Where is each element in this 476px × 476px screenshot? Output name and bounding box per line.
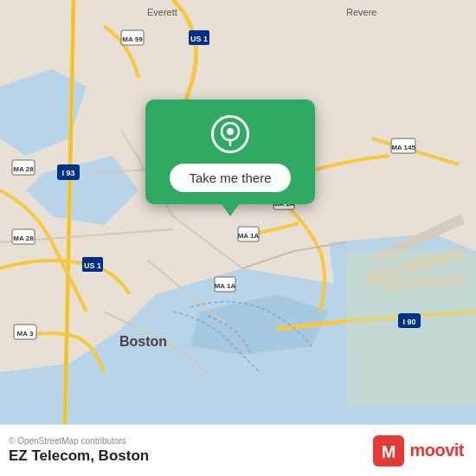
svg-text:MA 28: MA 28: [13, 235, 34, 242]
moovit-logo[interactable]: M moovit: [373, 435, 464, 466]
svg-text:M: M: [382, 442, 396, 461]
bottom-left-section: © OpenStreetMap contributors EZ Telecom,…: [9, 436, 149, 465]
location-popup: Take me there: [145, 100, 315, 204]
location-pin-icon: [220, 122, 241, 146]
svg-text:MA 145: MA 145: [391, 144, 415, 151]
take-me-there-button[interactable]: Take me there: [170, 164, 290, 192]
svg-text:Revere: Revere: [346, 7, 376, 17]
svg-text:US 1: US 1: [190, 35, 208, 43]
bottom-bar: © OpenStreetMap contributors EZ Telecom,…: [0, 424, 476, 476]
svg-rect-21: [346, 251, 476, 407]
svg-text:MA 1A: MA 1A: [238, 232, 260, 240]
svg-text:Everett: Everett: [147, 7, 177, 17]
moovit-logo-icon: M: [373, 435, 404, 466]
place-name: EZ Telecom, Boston: [9, 447, 149, 465]
svg-text:MA 1A: MA 1A: [215, 282, 236, 290]
moovit-brand-text: moovit: [409, 441, 464, 460]
svg-text:MA 28: MA 28: [13, 165, 34, 173]
attribution-text: © OpenStreetMap contributors: [9, 436, 149, 446]
svg-text:Boston: Boston: [119, 334, 167, 349]
location-icon-circle: [211, 115, 249, 153]
map-container[interactable]: I 93 US 1 US 1 MA 28 MA 28 MA 3 MA 99 MA…: [0, 0, 476, 424]
svg-text:I 93: I 93: [61, 169, 74, 177]
svg-text:MA 3: MA 3: [17, 330, 34, 338]
svg-text:US 1: US 1: [84, 261, 101, 270]
svg-text:I 90: I 90: [402, 318, 415, 326]
svg-point-50: [227, 128, 234, 135]
svg-text:MA 99: MA 99: [122, 35, 143, 43]
